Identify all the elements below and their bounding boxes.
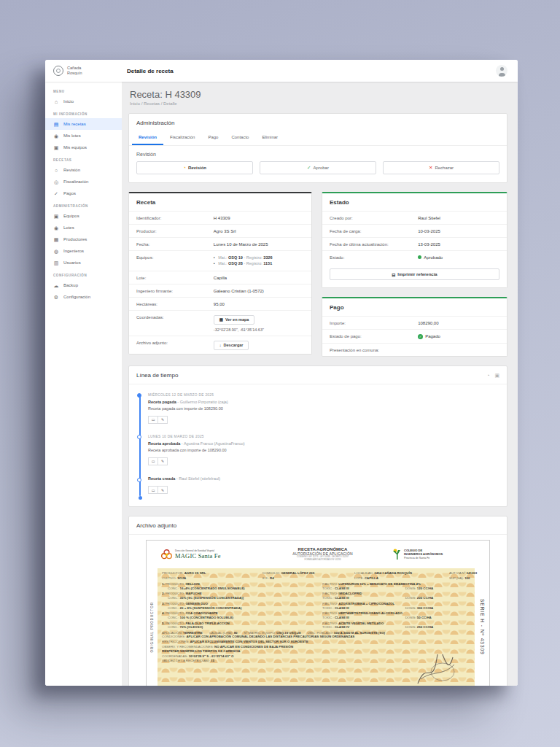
breadcrumb[interactable]: Inicio / Recetas / Detalle: [130, 101, 508, 106]
row-archivo: Archivo adjunto: ↓ Descargar: [129, 336, 311, 354]
doc-product-row: 4. PRODUCTO: COA COADYUVANTE CONC.: 100 …: [162, 611, 470, 620]
place-icon: ◉: [53, 133, 59, 139]
tab-fiscalizacion[interactable]: Fiscalización: [163, 131, 201, 145]
comment-icon: ▭: [152, 488, 155, 492]
coordinates-value: -32°02'28.90", -61°35'14.63": [214, 328, 264, 332]
tab-contacto[interactable]: Contacto: [225, 131, 255, 145]
sidebar-item-usuarios[interactable]: ▥ Usuarios: [45, 257, 122, 268]
brand[interactable]: CañadaRosquín: [45, 66, 118, 76]
row-creado-por: Creado por: Raul Stiefel: [322, 211, 507, 224]
ingeniero-value: Galeano Cristian (1-0572): [214, 289, 264, 293]
row-identificador: Identificador: H 43309: [129, 211, 311, 224]
sidebar-section-configuracion: CONFIGURACIÓN: [45, 268, 122, 279]
receta-card: Receta Identificador: H 43309 Productor:…: [128, 192, 312, 355]
edit-button[interactable]: ✎: [158, 486, 168, 494]
comment-icon: ▭: [152, 459, 155, 463]
sidebar-item-configuracion[interactable]: ⚙ Configuración: [45, 291, 122, 303]
timeline-title: Línea de tiempo: [136, 372, 178, 379]
sidebar-item-backup[interactable]: ☁ Backup: [45, 279, 122, 291]
timeline-author: - Guillermo Porporatto (caja): [177, 400, 228, 404]
importe-value: 108290,00: [418, 321, 438, 325]
attachment-title: Archivo adjunto: [129, 516, 507, 535]
doc-college: COLEGIO DE INGENIEROS AGRÓNOMOS Provinci…: [404, 549, 443, 560]
estado-card-title: Estado: [322, 193, 507, 211]
status-badge: Aprobado: [418, 255, 443, 260]
sidebar-item-inicio[interactable]: ⌂ Inicio: [45, 96, 122, 107]
comment-icon: ▭: [152, 417, 155, 422]
doc-left-vertical-text: ORIGINAL PRODUCTOR: [150, 602, 154, 653]
identificador-value: H 43309: [214, 216, 230, 220]
doc-brand: MAGIC Santa Fe: [175, 552, 221, 560]
tab-pago[interactable]: Pago: [201, 131, 225, 145]
edit-button[interactable]: ✎: [158, 457, 168, 465]
sidebar-item-fiscalizacion[interactable]: ◎ Fiscalización: [45, 176, 122, 187]
map-icon: ▦: [219, 317, 223, 322]
sidebar-item-mis-lotes[interactable]: ◉ Mis lotes: [45, 130, 122, 142]
tab-eliminar[interactable]: Eliminar: [255, 131, 284, 145]
row-importe: Importe: 108290,00: [322, 316, 507, 329]
printer-icon: ⊟: [392, 272, 395, 277]
lote-value: Capilla: [214, 276, 227, 280]
copy-icon[interactable]: ▣: [494, 373, 499, 379]
row-fecha: Fecha: Lunes 10 de Marzo de 2025: [129, 237, 311, 250]
attached-document: ORIGINAL PRODUCTOR: [146, 540, 490, 686]
row-productor: Productor: Agro 3S Srl: [129, 224, 311, 237]
approve-button[interactable]: ✓ Aprobar: [260, 161, 376, 174]
row-equipos: Equipos: Mat.: OSQ 19 - Registro: 3326 M…: [129, 250, 311, 271]
row-estado-pago: Estado de pago: ✓Pagado: [322, 329, 507, 343]
home-icon: ⌂: [53, 99, 59, 104]
brand-logo-icon: [53, 66, 63, 76]
edit-button[interactable]: ✎: [158, 416, 168, 424]
row-hectareas: Hectáreas: 95,00: [129, 297, 311, 310]
timeline-description: Receta aprobada con importe de 108290.00: [148, 448, 499, 452]
timeline-date: MIÉRCOLES 12 DE MARZO DE 2025: [148, 393, 499, 397]
sidebar-item-ingenieros[interactable]: ◍ Ingenieros: [45, 245, 122, 257]
paid-check-icon: ✓: [418, 334, 423, 339]
user-avatar[interactable]: [496, 65, 508, 77]
sidebar-item-mis-recetas[interactable]: ▤ Mis recetas: [45, 118, 122, 130]
download-icon: ↓: [219, 343, 222, 347]
revision-button[interactable]: ◔ Revisión: [136, 161, 253, 174]
comment-button[interactable]: ▭: [148, 486, 158, 494]
paid-badge: ✓Pagado: [418, 334, 440, 339]
truck-icon: ▣: [53, 145, 59, 150]
administration-tabs: Revisión Fiscalización Pago Contacto Eli…: [129, 131, 507, 146]
history-icon[interactable]: ◔: [486, 373, 489, 379]
sidebar-item-revision[interactable]: ○ Revisión: [45, 164, 122, 176]
receta-card-title: Receta: [129, 193, 311, 211]
fecha-carga-value: 10-03-2025: [418, 229, 440, 233]
view-map-button[interactable]: ▦ Ver en mapa: [214, 315, 255, 325]
print-reference-button[interactable]: ⊟ Imprimir referencia: [330, 268, 499, 280]
timeline-card: Línea de tiempo ◔ ▣ MIÉRCOLES 12 DE MARZ…: [128, 365, 508, 507]
sidebar-item-productores[interactable]: ▦ Productores: [45, 233, 122, 245]
productor-value: Agro 3S Srl: [214, 229, 236, 233]
reject-button[interactable]: ✕ Rechazar: [383, 161, 499, 174]
tab-revision[interactable]: Revisión: [132, 131, 163, 145]
doc-product-row: 5. PRODUCTO: PALA OLEO TRIPLE ACCIÓN CON…: [162, 622, 470, 630]
sidebar-item-mis-equipos[interactable]: ▣ Mis equipos: [45, 142, 122, 153]
timeline-dot-icon: [137, 478, 141, 482]
timeline-entry: LUNES 10 DE MARZO DE 2025 Receta aprobad…: [148, 435, 499, 465]
download-button[interactable]: ↓ Descargar: [214, 341, 249, 350]
colegio-logo-icon: [392, 549, 402, 560]
sidebar-item-lotes[interactable]: ◉ Lotes: [45, 222, 122, 233]
truck-icon: ▣: [53, 214, 59, 219]
administration-card: Administración Revisión Fiscalización Pa…: [128, 113, 508, 183]
close-icon: ✕: [429, 166, 432, 171]
timeline-event: Receta pagada: [148, 400, 176, 404]
check-circle-icon: ✓: [53, 191, 59, 196]
radio-icon: ◎: [53, 179, 59, 185]
equipos-list: Mat.: OSQ 19 - Registro: 3326 Mat.: OSQ …: [214, 255, 273, 266]
doc-fineprint: CONVENIO LEY 11273 - LEY 10838 - DECRETO…: [254, 556, 392, 561]
sidebar-item-equipos[interactable]: ▣ Equipos: [45, 210, 122, 222]
row-coordenadas: Coordenadas: ▦ Ver en mapa -32°02'28.90"…: [129, 310, 311, 336]
equipo-item: Mat.: OSQ 19 - Registro: 3326: [214, 255, 273, 260]
cloud-icon: ☁: [53, 283, 59, 288]
sidebar-item-pagos[interactable]: ✓ Pagos: [45, 187, 122, 199]
timeline-author: - Raul Stiefel (stiefelraul): [176, 476, 220, 481]
comment-button[interactable]: ▭: [148, 457, 158, 465]
pago-card: Pago Importe: 108290,00 Estado de pago: …: [322, 297, 508, 357]
edit-icon: ✎: [161, 488, 164, 492]
comment-button[interactable]: ▭: [148, 416, 158, 424]
row-ingeniero: Ingeniero firmante: Galeano Cristian (1-…: [129, 284, 311, 297]
